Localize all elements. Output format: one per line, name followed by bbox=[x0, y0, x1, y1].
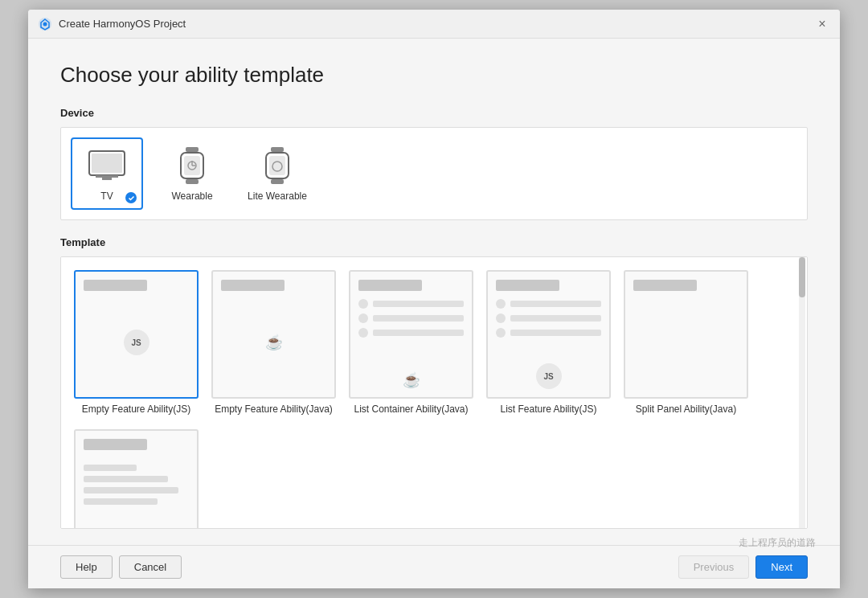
svg-point-1 bbox=[43, 22, 47, 26]
list-row-3b bbox=[496, 328, 601, 338]
wearable-icon-wrap bbox=[168, 145, 216, 186]
preview-header bbox=[496, 280, 559, 291]
template-preview-list-java: ☕ bbox=[349, 270, 473, 399]
preview-header-tab bbox=[84, 439, 147, 450]
template-item-empty-java[interactable]: ☕ Empty Feature Ability(Java) bbox=[211, 270, 336, 416]
template-item-tab-js[interactable]: Tab Feature Ability(JS) bbox=[74, 429, 199, 529]
tv-selected-badge bbox=[125, 192, 137, 203]
next-button[interactable]: Next bbox=[755, 555, 808, 579]
template-name-list-java: List Container Ability(Java) bbox=[354, 403, 468, 416]
preview-body: JS bbox=[84, 299, 189, 386]
cup-bottom: ☕ bbox=[358, 342, 464, 389]
template-name-list-js: List Feature Ability(JS) bbox=[500, 403, 596, 416]
lite-wearable-device-name: Lite Wearable bbox=[248, 190, 307, 202]
template-item-empty-js[interactable]: JS Empty Feature Ability(JS) bbox=[74, 270, 199, 416]
template-section: Template JS Empty Feature Ability(JS) bbox=[60, 236, 808, 529]
js-badge: JS bbox=[124, 330, 149, 355]
tab-line-3 bbox=[84, 487, 178, 494]
template-item-split-java[interactable]: Split Panel Ability(Java) bbox=[624, 270, 748, 416]
tab-line-4 bbox=[84, 498, 158, 505]
cancel-button[interactable]: Cancel bbox=[119, 555, 182, 579]
template-name-empty-java: Empty Feature Ability(Java) bbox=[215, 403, 333, 416]
tv-device-name: TV bbox=[100, 190, 113, 202]
svg-rect-13 bbox=[271, 147, 284, 152]
template-item-list-js[interactable]: JS List Feature Ability(JS) bbox=[486, 270, 611, 416]
template-preview-list-js: JS bbox=[486, 270, 611, 399]
svg-rect-5 bbox=[92, 154, 122, 173]
wearable-icon bbox=[178, 147, 207, 184]
template-preview-tab-js bbox=[74, 429, 199, 529]
js-badge-2: JS bbox=[536, 363, 562, 389]
tv-icon bbox=[86, 150, 128, 182]
lite-wearable-icon-wrap bbox=[253, 145, 301, 186]
lite-wearable-icon bbox=[263, 147, 292, 184]
wearable-device-name: Wearable bbox=[171, 190, 212, 202]
device-item-wearable[interactable]: Wearable bbox=[156, 137, 228, 210]
js-bottom: JS bbox=[496, 342, 601, 389]
preview-body bbox=[633, 299, 739, 386]
svg-rect-4 bbox=[102, 178, 112, 180]
help-button[interactable]: Help bbox=[60, 555, 113, 579]
svg-rect-6 bbox=[186, 147, 199, 152]
tab-line-1 bbox=[84, 465, 137, 471]
device-item-tv[interactable]: TV bbox=[71, 137, 143, 210]
page-title: Choose your ability template bbox=[60, 63, 808, 88]
template-name-split-java: Split Panel Ability(Java) bbox=[636, 403, 736, 416]
footer-right: Previous Next bbox=[678, 555, 808, 579]
harmonyos-icon bbox=[38, 17, 52, 31]
device-item-lite-wearable[interactable]: Lite Wearable bbox=[241, 137, 313, 210]
device-section-label: Device bbox=[60, 107, 808, 119]
footer: Help Cancel Previous Next bbox=[28, 545, 840, 588]
svg-rect-16 bbox=[269, 156, 285, 175]
device-container: TV bbox=[60, 127, 808, 220]
template-name-empty-js: Empty Feature Ability(JS) bbox=[82, 403, 190, 416]
title-bar-title: Create HarmonyOS Project bbox=[59, 18, 186, 30]
tv-icon-wrap bbox=[83, 145, 131, 186]
template-container: JS Empty Feature Ability(JS) ☕ bbox=[60, 256, 808, 529]
list-row-3 bbox=[358, 328, 464, 338]
template-section-label: Template bbox=[60, 236, 808, 248]
footer-left: Help Cancel bbox=[60, 555, 182, 579]
main-content: Choose your ability template Device TV bbox=[28, 39, 840, 545]
list-row-2 bbox=[358, 313, 464, 323]
list-row-1 bbox=[358, 299, 464, 309]
preview-header bbox=[358, 280, 422, 291]
template-preview-empty-js: JS bbox=[74, 270, 199, 399]
preview-header bbox=[633, 280, 697, 291]
title-bar: Create HarmonyOS Project × bbox=[28, 10, 840, 39]
preview-header bbox=[221, 280, 285, 291]
scrollbar-thumb[interactable] bbox=[799, 257, 805, 297]
cup-icon: ☕ bbox=[265, 334, 283, 351]
cup-icon-2: ☕ bbox=[403, 371, 420, 389]
list-row-2b bbox=[496, 313, 601, 323]
svg-rect-7 bbox=[186, 179, 199, 184]
template-grid-row2: Tab Feature Ability(JS) bbox=[74, 429, 794, 529]
dialog: Create HarmonyOS Project × Choose your a… bbox=[28, 10, 840, 588]
tab-line-2 bbox=[84, 476, 168, 482]
svg-rect-3 bbox=[96, 175, 118, 178]
preview-header bbox=[84, 280, 147, 291]
template-preview-empty-java: ☕ bbox=[211, 270, 336, 399]
scrollbar-track bbox=[799, 257, 805, 528]
template-item-list-java[interactable]: ☕ List Container Ability(Java) bbox=[349, 270, 473, 416]
watermark: 走上程序员的道路 bbox=[739, 536, 816, 550]
title-bar-left: Create HarmonyOS Project bbox=[38, 17, 186, 31]
svg-rect-14 bbox=[271, 179, 284, 184]
list-row-1b bbox=[496, 299, 601, 309]
device-section: Device TV bbox=[60, 107, 808, 220]
previous-button[interactable]: Previous bbox=[678, 555, 750, 579]
preview-body: ☕ bbox=[221, 299, 326, 386]
template-preview-split-java bbox=[624, 270, 748, 399]
close-button[interactable]: × bbox=[814, 16, 830, 32]
template-grid: JS Empty Feature Ability(JS) ☕ bbox=[74, 270, 794, 416]
